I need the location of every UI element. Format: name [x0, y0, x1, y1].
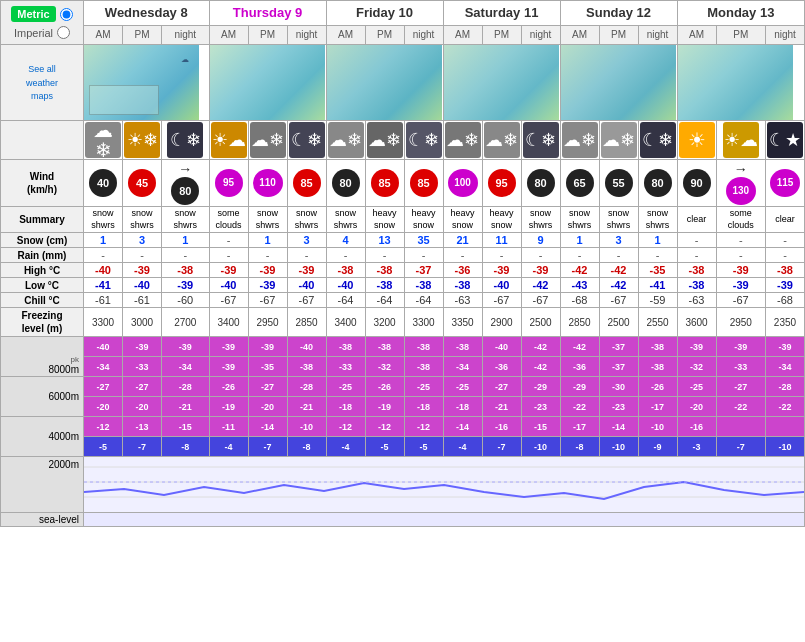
- summary-label: Summary: [1, 207, 84, 233]
- weather-wed-night: ☾❄: [162, 121, 210, 160]
- low-row: Low °C -41 -40 -39 -40 -39 -40 -40 -38 -…: [1, 278, 805, 293]
- weather-fri-night: ☾❄: [404, 121, 443, 160]
- metric-radio[interactable]: [60, 8, 73, 21]
- wind-mon-night: 115: [765, 160, 804, 207]
- alt2000-chart: [84, 457, 805, 513]
- wind-wed-am: 40: [84, 160, 123, 207]
- alt6000-row2: -20 -20 -21 -19 -20 -21 -18 -19 -18 -18 …: [1, 397, 805, 417]
- weather-fri-am: ☁❄: [326, 121, 365, 160]
- rain-row: Rain (mm) - - - - - - - - - - - - - - - …: [1, 248, 805, 263]
- weather-fri-pm: ☁❄: [365, 121, 404, 160]
- imperial-label: Imperial: [14, 27, 53, 39]
- alt8000-row2: -34 -33 -34 -39 -35 -38 -33 -32 -38 -34 …: [1, 357, 805, 377]
- weather-wed-pm: ☀❄: [123, 121, 162, 160]
- freezing-label: Freezinglevel (m): [1, 308, 84, 337]
- sat-header: Saturday 11: [443, 1, 560, 26]
- wind-label: Wind(km/h): [1, 160, 84, 207]
- wind-sat-night: 80: [521, 160, 560, 207]
- alt2000-label: 2000m: [1, 457, 84, 513]
- weather-icons-row: ☁❄ ☀❄ ☾❄ ☀☁: [1, 121, 805, 160]
- alt6000-label: 6000m: [1, 377, 84, 417]
- chill-label: Chill °C: [1, 293, 84, 308]
- map-sat: [443, 45, 560, 121]
- wind-mon-pm: → 130: [716, 160, 765, 207]
- wind-thu-pm: 110: [248, 160, 287, 207]
- wind-thu-night: 85: [287, 160, 326, 207]
- alt4000-row1: 4000m -12 -13 -15 -11 -14 -10 -12 -12 -1…: [1, 417, 805, 437]
- summary-row: Summary snowshwrs snowshwrs snowshwrs so…: [1, 207, 805, 233]
- high-row: High °C -40 -39 -38 -39 -39 -39 -38 -38 …: [1, 263, 805, 278]
- period-header-row: AM PM night AM PM night AM PM night AM P…: [1, 25, 805, 44]
- alt4000-label: 4000m: [1, 417, 84, 457]
- fri-header: Friday 10: [326, 1, 443, 26]
- sea-level-label: sea-level: [1, 513, 84, 527]
- wind-sun-pm: 55: [599, 160, 638, 207]
- snow-label: Snow (cm): [1, 233, 84, 248]
- weather-thu-night: ☾❄: [287, 121, 326, 160]
- wind-fri-pm: 85: [365, 160, 404, 207]
- weather-sat-pm: ☁❄: [482, 121, 521, 160]
- weather-thu-am: ☀☁: [209, 121, 248, 160]
- imperial-radio[interactable]: [57, 26, 70, 39]
- sea-level-bar: [84, 513, 805, 527]
- alt8000-label: pk 8000m: [1, 337, 84, 377]
- weather-sun-pm: ☁❄: [599, 121, 638, 160]
- thu-header: Thursday 9: [209, 1, 326, 26]
- map-mon: [677, 45, 804, 121]
- alt2000-row: 2000m: [1, 457, 805, 513]
- wind-row: Wind(km/h) 40 45 → 80 95 110 85 80 85 85…: [1, 160, 805, 207]
- wind-sun-night: 80: [638, 160, 677, 207]
- alt6000-row1: 6000m -27 -27 -28 -26 -27 -28 -25 -26 -2…: [1, 377, 805, 397]
- alt4000-row2: -5 -7 -8 -4 -7 -8 -4 -5 -5 -4 -7 -10 -8 …: [1, 437, 805, 457]
- snow-row: Snow (cm) 1 3 1 - 1 3 4 13 35 21 11 9 1 …: [1, 233, 805, 248]
- map-wed: ☁: [84, 45, 210, 121]
- map-sun: [560, 45, 677, 121]
- sun-header: Sunday 12: [560, 1, 677, 26]
- header-row: Metric Imperial Wednesday 8 Thursday 9 F…: [1, 1, 805, 26]
- wind-thu-am: 95: [209, 160, 248, 207]
- weather-sun-night: ☾❄: [638, 121, 677, 160]
- low-label: Low °C: [1, 278, 84, 293]
- weather-wed-am: ☁❄: [84, 121, 123, 160]
- weather-thu-pm: ☁❄: [248, 121, 287, 160]
- rain-label: Rain (mm): [1, 248, 84, 263]
- map-fri: [326, 45, 443, 121]
- freezing-row: Freezinglevel (m) 3300 3000 2700 3400 29…: [1, 308, 805, 337]
- wind-sun-am: 65: [560, 160, 599, 207]
- wind-fri-am: 80: [326, 160, 365, 207]
- mon-header: Monday 13: [677, 1, 804, 26]
- map-thu: [209, 45, 326, 121]
- see-all-maps-link[interactable]: See allweathermaps: [26, 64, 58, 101]
- weather-mon-am: ☀: [677, 121, 716, 160]
- high-label: High °C: [1, 263, 84, 278]
- weather-mon-pm: ☀☁: [716, 121, 765, 160]
- weather-mon-night: ☾★: [765, 121, 804, 160]
- wed-header: Wednesday 8: [84, 1, 210, 26]
- alt8000-row1: pk 8000m -40 -39 -39 -39 -39 -40 -38 -38…: [1, 337, 805, 357]
- maps-row: See allweathermaps ☁: [1, 45, 805, 121]
- wind-mon-am: 90: [677, 160, 716, 207]
- weather-sat-night: ☾❄: [521, 121, 560, 160]
- wind-sat-am: 100: [443, 160, 482, 207]
- weather-sat-am: ☁❄: [443, 121, 482, 160]
- chill-row: Chill °C -61 -61 -60 -67 -67 -67 -64 -64…: [1, 293, 805, 308]
- metric-label: Metric: [11, 6, 55, 22]
- weather-sun-am: ☁❄: [560, 121, 599, 160]
- wind-fri-night: 85: [404, 160, 443, 207]
- wind-wed-pm: 45: [123, 160, 162, 207]
- sea-level-row: sea-level: [1, 513, 805, 527]
- wind-wed-night: → 80: [162, 160, 210, 207]
- wind-sat-pm: 95: [482, 160, 521, 207]
